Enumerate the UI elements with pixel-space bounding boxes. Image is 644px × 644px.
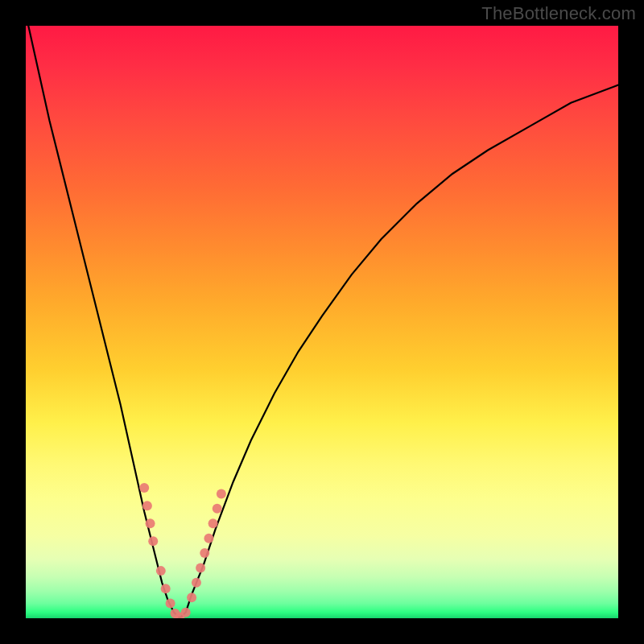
watermark-text: TheBottleneck.com (481, 3, 636, 24)
curve-marker (166, 599, 175, 609)
curve-markers (139, 483, 226, 618)
curve-marker (217, 489, 226, 498)
curve-marker (161, 584, 171, 593)
curve-marker (200, 548, 209, 558)
curve-marker (192, 578, 201, 588)
bottleneck-curve (26, 26, 618, 618)
curve-marker (139, 483, 149, 493)
chart-frame: TheBottleneck.com (0, 0, 644, 644)
curve-marker (148, 536, 158, 546)
curve-marker (181, 608, 191, 617)
plot-area (26, 26, 618, 618)
curve-marker (196, 563, 205, 572)
curve-marker (208, 518, 218, 528)
curve-marker (146, 518, 155, 528)
curve-marker (213, 504, 222, 514)
curve-marker (156, 566, 166, 576)
curve-marker (142, 501, 152, 510)
curve-layer (26, 26, 618, 618)
curve-marker (187, 592, 196, 602)
curve-marker (204, 534, 213, 543)
